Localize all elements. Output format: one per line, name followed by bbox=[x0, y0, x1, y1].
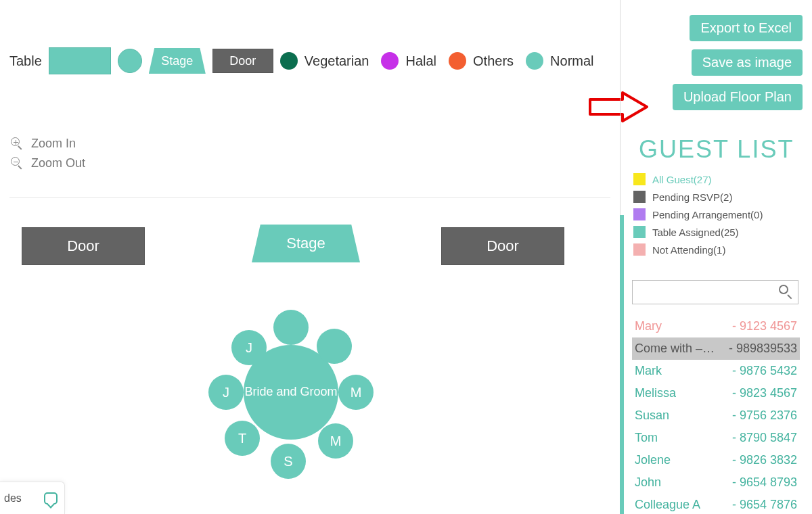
filter-label: Table Assigned(25) bbox=[652, 227, 739, 238]
floor-plan-main: Table Stage Door Vegetarian Halal Others… bbox=[0, 0, 620, 514]
sidebar-accent-bar bbox=[620, 215, 624, 514]
chat-widget[interactable]: des bbox=[0, 482, 65, 514]
guest-phone: - 9654 8793 bbox=[732, 475, 797, 490]
halal-icon bbox=[381, 52, 399, 70]
zoom-controls: Zoom In Zoom Out bbox=[11, 137, 85, 176]
guest-filter-item[interactable]: Not Attending(1) bbox=[633, 243, 763, 256]
zoom-out-label: Zoom Out bbox=[31, 156, 85, 170]
circle-table-template[interactable] bbox=[118, 49, 142, 73]
seat[interactable]: M bbox=[318, 423, 353, 459]
filter-label: Pending Arrangement(0) bbox=[652, 209, 763, 220]
guest-phone: - 9756 2376 bbox=[732, 408, 797, 423]
filter-swatch bbox=[633, 208, 646, 220]
chat-icon bbox=[44, 492, 58, 505]
zoom-in-icon bbox=[11, 137, 24, 151]
filter-label: Not Attending(1) bbox=[652, 244, 725, 256]
seat[interactable]: T bbox=[225, 421, 260, 456]
export-excel-button[interactable]: Export to Excel bbox=[690, 15, 803, 41]
search-icon bbox=[779, 285, 794, 300]
guest-phone: - 9826 3832 bbox=[732, 453, 797, 467]
guest-name: Jolene bbox=[635, 453, 671, 467]
seat[interactable]: M bbox=[338, 375, 374, 410]
filter-swatch bbox=[633, 243, 646, 256]
seat[interactable]: J bbox=[208, 375, 244, 410]
guest-row[interactable]: Colleague A- 9654 7876 bbox=[632, 494, 800, 514]
guest-row[interactable]: Mark- 9876 5432 bbox=[632, 360, 800, 382]
halal-label: Halal bbox=[405, 53, 436, 69]
zoom-out-icon bbox=[11, 157, 24, 170]
door-template[interactable]: Door bbox=[212, 49, 273, 73]
save-image-button[interactable]: Save as image bbox=[692, 49, 803, 76]
others-icon bbox=[449, 52, 466, 70]
rect-table-template[interactable] bbox=[49, 47, 111, 74]
guest-name: Mark bbox=[635, 364, 662, 378]
guest-name: Colleague A bbox=[635, 498, 700, 512]
chat-label: des bbox=[4, 492, 22, 505]
guest-filter-item[interactable]: All Guest(27) bbox=[633, 173, 763, 185]
door-element[interactable]: Door bbox=[22, 227, 145, 265]
normal-icon bbox=[526, 52, 543, 70]
element-palette: Table Stage Door Vegetarian Halal Others… bbox=[9, 47, 600, 74]
filter-label: All Guest(27) bbox=[652, 174, 712, 185]
guest-name: John bbox=[635, 475, 661, 490]
filter-label: Pending RSVP(2) bbox=[652, 191, 732, 203]
table-label: Table bbox=[9, 53, 42, 69]
filter-swatch bbox=[633, 226, 646, 238]
guest-row[interactable]: Mary- 9123 4567 bbox=[632, 315, 800, 337]
guest-search[interactable] bbox=[632, 280, 798, 304]
guest-list: Mary- 9123 4567Come with –…- 989839533Ma… bbox=[632, 315, 800, 514]
guest-row[interactable]: John- 9654 8793 bbox=[632, 471, 800, 494]
zoom-in-button[interactable]: Zoom In bbox=[11, 137, 85, 151]
upload-floorplan-button[interactable]: Upload Floor Plan bbox=[673, 84, 803, 110]
guest-phone: - 9876 5432 bbox=[732, 364, 797, 378]
sidebar-actions: Export to Excel Save as image Upload Flo… bbox=[673, 15, 803, 110]
guest-row[interactable]: Tom- 8790 5847 bbox=[632, 427, 800, 449]
guest-list-title: GUEST LIST bbox=[639, 135, 794, 164]
guest-phone: - 8790 5847 bbox=[732, 431, 797, 445]
guest-name: Mary bbox=[635, 319, 662, 333]
guest-name: Tom bbox=[635, 431, 658, 445]
guest-filter-item[interactable]: Table Assigned(25) bbox=[633, 226, 763, 238]
guest-row[interactable]: Come with –…- 989839533 bbox=[632, 337, 800, 360]
seat[interactable] bbox=[317, 329, 352, 364]
filter-swatch bbox=[633, 191, 646, 203]
vegetarian-label: Vegetarian bbox=[304, 53, 369, 69]
stage-template[interactable]: Stage bbox=[149, 48, 206, 74]
seat[interactable] bbox=[273, 310, 309, 345]
vegetarian-icon bbox=[280, 52, 298, 70]
seat[interactable]: J bbox=[231, 330, 267, 365]
stage-element[interactable]: Stage bbox=[252, 225, 360, 262]
table-bride-groom[interactable]: Bride and Groom J J T S M M bbox=[203, 304, 379, 480]
floor-plan-canvas[interactable]: Door Stage Door Bride and Groom J J T S … bbox=[0, 203, 620, 514]
guest-name: Come with –… bbox=[635, 342, 715, 356]
guest-row[interactable]: Melissa- 9823 4567 bbox=[632, 382, 800, 404]
guest-row[interactable]: Jolene- 9826 3832 bbox=[632, 449, 800, 471]
zoom-in-label: Zoom In bbox=[31, 137, 76, 151]
door-element[interactable]: Door bbox=[441, 227, 564, 265]
guest-name: Susan bbox=[635, 408, 669, 423]
filter-swatch bbox=[633, 173, 646, 185]
guest-phone: - 9654 7876 bbox=[732, 498, 797, 512]
zoom-out-button[interactable]: Zoom Out bbox=[11, 156, 85, 170]
guest-filter-item[interactable]: Pending Arrangement(0) bbox=[633, 208, 763, 220]
divider bbox=[9, 197, 610, 198]
guest-phone: - 989839533 bbox=[729, 342, 797, 356]
seat[interactable]: S bbox=[271, 444, 306, 479]
guest-row[interactable]: Susan- 9756 2376 bbox=[632, 404, 800, 427]
guest-filter-item[interactable]: Pending RSVP(2) bbox=[633, 191, 763, 203]
others-label: Others bbox=[473, 53, 514, 69]
guest-phone: - 9123 4567 bbox=[732, 319, 797, 333]
guest-search-input[interactable] bbox=[637, 281, 779, 304]
guest-phone: - 9823 4567 bbox=[732, 386, 797, 400]
normal-label: Normal bbox=[550, 53, 593, 69]
guest-name: Melissa bbox=[635, 386, 676, 400]
guest-filters: All Guest(27)Pending RSVP(2)Pending Arra… bbox=[633, 173, 763, 256]
